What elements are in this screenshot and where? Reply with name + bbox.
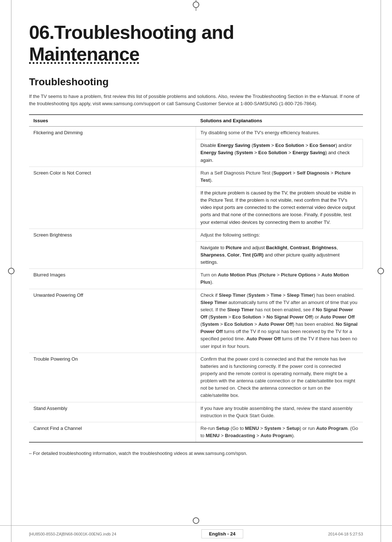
col-issues-header: Issues — [29, 115, 196, 127]
page-container: 06.Troubleshooting and Maintenance Troub… — [0, 0, 392, 542]
solution-cell: Confirm that the power cord is connected… — [196, 353, 363, 402]
col-solutions-header: Solutions and Explanations — [196, 115, 363, 127]
solution-cell: Re-run Setup (Go to MENU > System > Setu… — [196, 422, 363, 442]
issue-cell-trouble-power: Trouble Powering On — [29, 353, 196, 402]
bottom-circle-decoration — [193, 517, 199, 524]
solution-cell: Turn on Auto Motion Plus (Picture > Pict… — [196, 269, 363, 289]
issue-cell-screen-brightness: Screen Brightness — [29, 229, 196, 269]
right-circle-decoration — [377, 268, 384, 274]
table-row: Blurred Images Turn on Auto Motion Plus … — [29, 269, 363, 289]
issue-cell-unwanted-power: Unwanted Powering Off — [29, 289, 196, 353]
chapter-title: 06.Troubleshooting and Maintenance — [29, 22, 363, 65]
footer: [HU8500-8550-ZA]BN68-06001K-00ENG.indb 2… — [0, 525, 392, 542]
intro-paragraph: If the TV seems to have a problem, first… — [29, 93, 363, 108]
table-row: Screen Color is Not Correct Run a Self D… — [29, 167, 363, 186]
left-circle-decoration — [8, 268, 15, 274]
issue-cell-channel: Cannot Find a Channel — [29, 422, 196, 442]
footer-left: [HU8500-8550-ZA]BN68-06001K-00ENG.indb 2… — [29, 532, 116, 536]
chapter-number: 06. — [29, 22, 54, 43]
section-title: Troubleshooting — [29, 76, 363, 88]
solution-cell: Adjust the following settings: — [196, 229, 363, 241]
bottom-note: – For detailed troubleshooting informati… — [29, 450, 363, 457]
table-row: Screen Brightness Adjust the following s… — [29, 229, 363, 241]
table-row: Trouble Powering On Confirm that the pow… — [29, 353, 363, 402]
issue-cell-blurred: Blurred Images — [29, 269, 196, 289]
solution-cell: If you have any trouble assembling the s… — [196, 402, 363, 422]
main-content: 06.Troubleshooting and Maintenance Troub… — [0, 0, 392, 486]
solution-cell: Disable Energy Saving (System > Eco Solu… — [196, 139, 363, 167]
solution-cell: Check if Sleep Timer (System > Time > Sl… — [196, 289, 363, 353]
footer-center-page: English - 24 — [201, 529, 243, 538]
solution-cell: Navigate to Picture and adjust Backlight… — [196, 241, 363, 268]
issue-cell-flickering: Flickering and Dimming — [29, 127, 196, 167]
solution-cell: Try disabling some of the TV's energy ef… — [196, 127, 363, 139]
issue-cell-screen-color: Screen Color is Not Correct — [29, 167, 196, 229]
table-header-row: Issues Solutions and Explanations — [29, 115, 363, 127]
chapter-title-line2: Maintenance — [29, 44, 139, 65]
solution-cell: Run a Self Diagnosis Picture Test (Suppo… — [196, 167, 363, 186]
table-row: Flickering and Dimming Try disabling som… — [29, 127, 363, 139]
footer-right: 2014-04-18 5:27:53 — [328, 532, 363, 536]
chapter-title-line1: Troubleshooting and — [54, 22, 234, 43]
table-row: Cannot Find a Channel Re-run Setup (Go t… — [29, 422, 363, 442]
issue-cell-stand: Stand Assembly — [29, 402, 196, 422]
table-row: Stand Assembly If you have any trouble a… — [29, 402, 363, 422]
top-circle-decoration — [193, 1, 199, 8]
solution-cell: If the picture problem is caused by the … — [196, 187, 363, 229]
troubleshooting-table: Issues Solutions and Explanations Flicke… — [29, 114, 363, 443]
table-row: Unwanted Powering Off Check if Sleep Tim… — [29, 289, 363, 353]
